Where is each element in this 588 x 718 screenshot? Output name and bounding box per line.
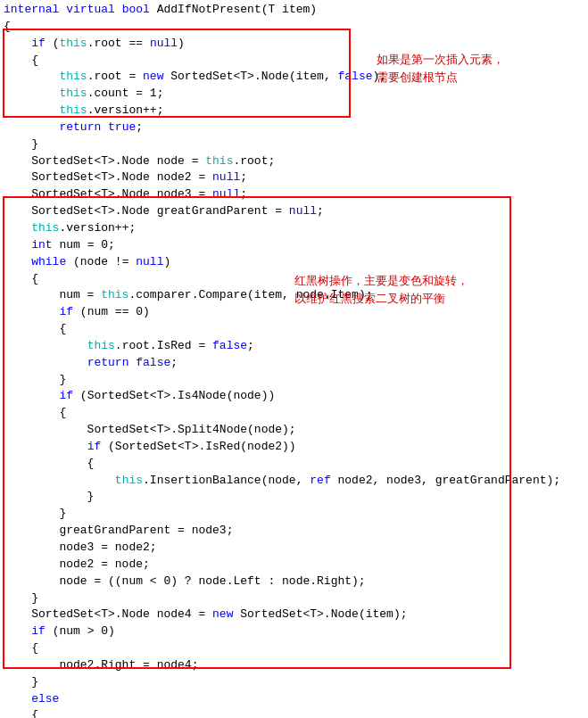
annotation-rbtree: 红黑树操作，主要是变色和旋转，以维护红黑搜索二叉树的平衡 <box>294 272 468 307</box>
code-line-25: { <box>4 405 588 422</box>
code-line-15: int num = 0; <box>4 237 588 254</box>
code-line-32: greatGrandParent = node3; <box>4 523 588 540</box>
code-line-23: } <box>4 372 588 389</box>
code-editor: 如果是第一次插入元素，需要创建根节点 红黑树操作，主要是变色和旋转，以维护红黑搜… <box>0 2 588 718</box>
code-line-9: } <box>4 136 588 153</box>
code-line-1: internal virtual bool AddIfNotPresent(T … <box>4 2 588 19</box>
code-line-40: node2.Right = node4; <box>4 657 588 674</box>
code-line-29: this.InsertionBalance(node, ref node2, n… <box>4 473 588 490</box>
code-line-2: { <box>4 19 588 36</box>
code-line-22: return false; <box>4 355 588 372</box>
code-line-42: else <box>4 691 588 708</box>
code-line-26: SortedSet<T>.Split4Node(node); <box>4 422 588 439</box>
code-line-8: return true; <box>4 120 588 136</box>
code-line-19: if (num == 0) <box>4 304 588 321</box>
code-line-31: } <box>4 506 588 523</box>
code-line-30: } <box>4 489 588 506</box>
code-line-36: } <box>4 590 588 607</box>
code-line-13: SortedSet<T>.Node greatGrandParent = nul… <box>4 203 588 220</box>
code-line-33: node3 = node2; <box>4 540 588 557</box>
code-line-37: SortedSet<T>.Node node4 = new SortedSet<… <box>4 607 588 623</box>
code-line-20: { <box>4 321 588 338</box>
code-line-3: if (this.root == null) <box>4 36 588 53</box>
code-line-24: if (SortedSet<T>.Is4Node(node)) <box>4 388 588 405</box>
code-line-12: SortedSet<T>.Node node3 = null; <box>4 186 588 203</box>
code-line-35: node = ((num < 0) ? node.Left : node.Rig… <box>4 574 588 590</box>
code-line-28: { <box>4 456 588 473</box>
code-line-10: SortedSet<T>.Node node = this.root; <box>4 153 588 170</box>
code-line-16: while (node != null) <box>4 254 588 271</box>
code-line-21: this.root.IsRed = false; <box>4 338 588 355</box>
code-line-43: { <box>4 707 588 718</box>
code-line-39: { <box>4 640 588 657</box>
code-line-41: } <box>4 674 588 691</box>
code-line-38: if (num > 0) <box>4 623 588 640</box>
code-line-34: node2 = node; <box>4 557 588 574</box>
code-line-6: this.count = 1; <box>4 86 588 103</box>
annotation-root-creation: 如果是第一次插入元素，需要创建根节点 <box>377 51 504 86</box>
code-line-11: SortedSet<T>.Node node2 = null; <box>4 169 588 186</box>
code-line-14: this.version++; <box>4 220 588 237</box>
code-line-7: this.version++; <box>4 103 588 120</box>
code-line-27: if (SortedSet<T>.IsRed(node2)) <box>4 439 588 456</box>
